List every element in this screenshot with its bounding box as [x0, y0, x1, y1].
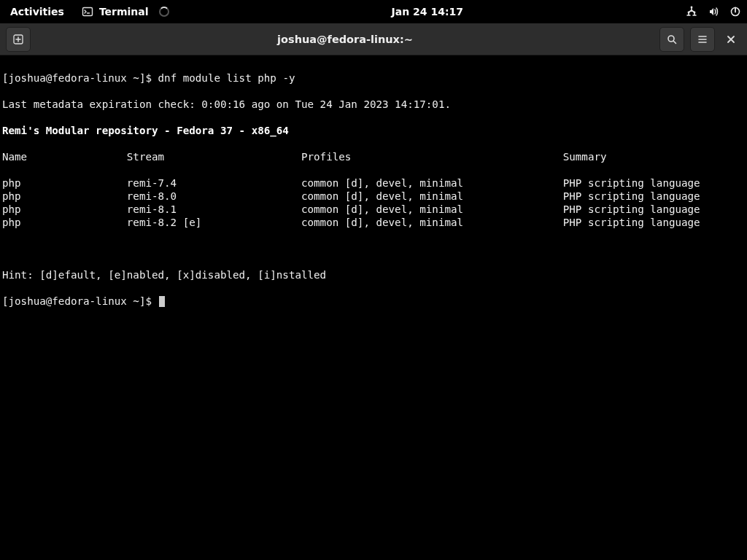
column-headers: Name Stream Profiles Summary: [2, 150, 745, 163]
prompt: [joshua@fedora-linux ~]$: [2, 295, 158, 307]
appmenu-label: Terminal: [99, 6, 149, 18]
output-line: Last metadata expiration check: 0:00:16 …: [2, 98, 745, 111]
blank-line: [2, 242, 745, 255]
window-title: joshua@fedora-linux:~: [31, 34, 659, 45]
hint-line: Hint: [d]efault, [e]nabled, [x]disabled,…: [2, 268, 745, 281]
spinner-icon: [159, 7, 169, 17]
search-button[interactable]: [659, 27, 684, 52]
plus-icon: [12, 34, 24, 45]
repo-header: Remi's Modular repository - Fedora 37 - …: [2, 124, 745, 137]
module-row: php remi-7.4 common [d], devel, minimal …: [2, 176, 745, 190]
clock[interactable]: Jan 24 14:17: [169, 6, 686, 18]
new-tab-button[interactable]: [6, 27, 31, 52]
activities-button[interactable]: Activities: [6, 6, 69, 18]
hamburger-icon: [697, 34, 708, 45]
window-titlebar: joshua@fedora-linux:~: [0, 23, 747, 55]
terminal-icon: [82, 6, 93, 18]
system-tray[interactable]: [686, 6, 741, 18]
power-icon: [729, 6, 741, 18]
svg-point-2: [688, 12, 690, 14]
search-icon: [666, 34, 678, 45]
appmenu[interactable]: Terminal: [82, 6, 169, 18]
module-row: php remi-8.2 [e] common [d], devel, mini…: [2, 216, 745, 229]
command: dnf module list php -y: [158, 72, 295, 84]
module-row: php remi-8.1 common [d], devel, minimal …: [2, 203, 745, 216]
prompt: [joshua@fedora-linux ~]$: [2, 72, 158, 84]
volume-icon: [708, 6, 719, 18]
svg-rect-0: [82, 8, 92, 16]
close-icon: [727, 35, 735, 44]
gnome-topbar: Activities Terminal Jan 24 14:17: [0, 0, 747, 23]
svg-point-1: [691, 7, 693, 9]
cursor: [159, 296, 165, 307]
module-row: php remi-8.0 common [d], devel, minimal …: [2, 190, 745, 203]
svg-point-3: [694, 12, 696, 14]
close-button[interactable]: [721, 29, 741, 50]
menu-button[interactable]: [690, 27, 715, 52]
terminal-output[interactable]: [joshua@fedora-linux ~]$ dnf module list…: [0, 55, 747, 324]
network-icon: [686, 6, 697, 18]
